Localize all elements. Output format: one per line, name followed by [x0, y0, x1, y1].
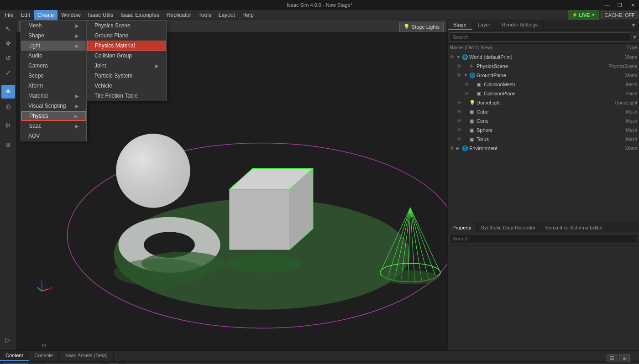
eye-icon-cube[interactable]: 👁 — [457, 109, 462, 114]
tree-item-collision-plane[interactable]: 👁 ▶ ▣ CollisionPlane Plane — [448, 89, 639, 98]
menu-item-audio[interactable]: Audio — [21, 51, 86, 61]
menu-item-physics[interactable]: Physics ▶ — [21, 111, 86, 121]
tree-item-sphere[interactable]: 👁 ▶ ▣ Sphere Mesh — [448, 125, 639, 135]
property-panel: Property Synthetic Data Recorder Semanti… — [448, 223, 639, 350]
tab-stage[interactable]: Stage — [448, 20, 472, 30]
eye-icon-cplane[interactable]: 👁 — [464, 91, 469, 96]
eye-icon-physics[interactable]: 👁 — [457, 63, 462, 69]
menu-item-vehicle[interactable]: Vehicle — [87, 81, 166, 91]
move-tool[interactable]: ✥ — [1, 36, 15, 50]
play-tool[interactable]: ▷ — [1, 333, 15, 347]
tree-item-cube[interactable]: 👁 ▶ ▣ Cube Mesh — [448, 107, 639, 116]
minimize-button[interactable]: — — [601, 0, 613, 10]
menu-item-aov[interactable]: AOV — [21, 131, 86, 141]
eye-icon-cone[interactable]: 👁 — [457, 118, 462, 124]
tree-item-cone[interactable]: 👁 ▶ ▣ Cone Mesh — [448, 116, 639, 125]
tab-console[interactable]: Console — [29, 351, 59, 361]
menu-item-material[interactable]: Material ▶ — [21, 91, 86, 101]
tab-render-settings[interactable]: Render Settings — [496, 20, 544, 30]
live-button[interactable]: ⚡ LIVE ▼ — [568, 10, 599, 21]
view-tool[interactable]: 👁 — [1, 85, 15, 99]
label-sphere: Sphere — [477, 127, 601, 133]
close-button[interactable]: ✕ — [626, 0, 639, 10]
svg-point-27 — [114, 259, 206, 286]
tree-item-physics-scene[interactable]: 👁 ▶ ⚛ PhysicsScene PhysicsScene — [448, 62, 639, 71]
filter-button[interactable]: ▼ — [628, 20, 639, 30]
eye-icon-dome[interactable]: 👁 — [457, 100, 462, 105]
menu-isaac-utils[interactable]: Isaac Utils — [84, 10, 117, 20]
menu-item-scope[interactable]: Scope — [21, 71, 86, 81]
stage-lights-button[interactable]: 💡 Stage Lights — [399, 22, 444, 31]
menu-item-visual-scripting[interactable]: Visual Scripting ▶ — [21, 101, 86, 111]
tab-semantics-schema[interactable]: Semantics Schema Editor — [540, 223, 608, 232]
tree-header-name: Name (Old to New) — [450, 45, 492, 50]
menu-help[interactable]: Help — [239, 10, 257, 20]
stage-filter-icon[interactable]: ▼ — [632, 34, 637, 40]
eye-icon-cmesh[interactable]: 👁 — [464, 82, 469, 87]
menu-item-physics-material[interactable]: Physics Material — [87, 41, 166, 51]
stage-search-input[interactable] — [450, 32, 630, 42]
label-ground: GroundPlane — [477, 73, 601, 78]
eye-icon-env[interactable]: 👁 — [450, 146, 455, 151]
menu-isaac-examples[interactable]: Isaac Examples — [117, 10, 163, 20]
scale-tool[interactable]: ⤢ — [1, 66, 15, 79]
menu-item-isaac[interactable]: Isaac ▶ — [21, 121, 86, 131]
label-world: World (defaultPrim) — [469, 54, 601, 60]
property-content — [448, 245, 639, 350]
menu-item-shape[interactable]: Shape ▶ — [21, 31, 86, 41]
bottom-tabs: Content Console Isaac Assets (Beta) — [0, 351, 639, 361]
menu-item-joint[interactable]: Joint ▶ — [87, 61, 166, 71]
menu-item-camera[interactable]: Camera — [21, 61, 86, 71]
arrow-cone: ▶ — [464, 119, 469, 123]
select-tool[interactable]: ↖ — [1, 22, 15, 36]
menu-file[interactable]: File — [1, 10, 17, 20]
menu-item-ground-plane[interactable]: Ground Plane — [87, 31, 166, 41]
cache-button[interactable]: CACHE: OFF — [601, 11, 638, 19]
tab-isaac-assets[interactable]: Isaac Assets (Beta) — [59, 351, 114, 361]
eye-icon-torus[interactable]: 👁 — [457, 136, 462, 142]
list-view-button[interactable]: ☰ — [607, 354, 618, 362]
stage-panel-tabs: Stage Layer Render Settings ▼ — [448, 20, 639, 31]
rotate-tool[interactable]: ↺ — [1, 51, 15, 65]
menu-item-tire-friction[interactable]: Tire Friction Table — [87, 91, 166, 101]
eye-icon-world[interactable]: 👁 — [450, 54, 455, 60]
menu-edit[interactable]: Edit — [17, 10, 34, 20]
tree-item-collision-mesh[interactable]: 👁 ▶ ▣ CollisionMesh Mesh — [448, 80, 639, 89]
focus-tool[interactable]: ◎ — [1, 99, 15, 113]
menu-item-mesh[interactable]: Mesh ▶ — [21, 21, 86, 31]
tab-synthetic-data[interactable]: Synthetic Data Recorder — [477, 223, 541, 232]
restore-button[interactable]: ❐ — [613, 0, 626, 10]
window-controls: — ❐ ✕ — [601, 0, 639, 10]
property-panel-tabs: Property Synthetic Data Recorder Semanti… — [448, 223, 639, 232]
tree-item-torus[interactable]: 👁 ▶ ▣ Torus Mesh — [448, 135, 639, 144]
menu-item-physics-scene[interactable]: Physics Scene — [87, 21, 166, 31]
eye-icon-ground[interactable]: 👁 — [457, 73, 462, 78]
menu-item-xform[interactable]: Xform — [21, 81, 86, 91]
menu-tools[interactable]: Tools — [195, 10, 215, 20]
tab-property[interactable]: Property — [448, 223, 477, 232]
settings-tool[interactable]: ⚙ — [1, 119, 15, 132]
menu-item-light[interactable]: Light ▶ — [21, 41, 86, 51]
menu-create[interactable]: Create — [34, 10, 58, 20]
grid-view-toggle-button[interactable]: ⊞ — [619, 354, 630, 362]
add-import-button[interactable]: + Import — [3, 363, 28, 364]
label-torus: Torus — [477, 136, 601, 142]
menu-item-particle-system[interactable]: Particle System — [87, 71, 166, 81]
tab-layer[interactable]: Layer — [472, 20, 497, 30]
eye-icon-sphere[interactable]: 👁 — [457, 127, 462, 133]
menu-window[interactable]: Window — [58, 10, 84, 20]
menu-item-collision-group[interactable]: Collision Group — [87, 51, 166, 61]
tab-content[interactable]: Content — [0, 351, 29, 361]
menu-layout[interactable]: Layout — [215, 10, 239, 20]
arrow-ground: ▼ — [464, 73, 469, 78]
tree-item-ground-plane[interactable]: 👁 ▼ 🌐 GroundPlane Xform — [448, 71, 639, 80]
menu-replicator[interactable]: Replicator — [163, 10, 195, 20]
property-search-input[interactable] — [450, 234, 637, 243]
live-label: LIVE — [579, 12, 590, 18]
svg-text:x: x — [50, 286, 52, 291]
tree-item-environment[interactable]: 👁 ▶ 🌐 Environment Xform — [448, 144, 639, 153]
tree-item-world[interactable]: 👁 ▼ 🌐 World (defaultPrim) Xform — [448, 52, 639, 62]
arrow-cmesh: ▶ — [471, 82, 477, 87]
tree-item-dome-light[interactable]: 👁 ▶ 💡 DomeLight DomeLight — [448, 98, 639, 107]
add-tool[interactable]: ⊕ — [1, 138, 15, 151]
